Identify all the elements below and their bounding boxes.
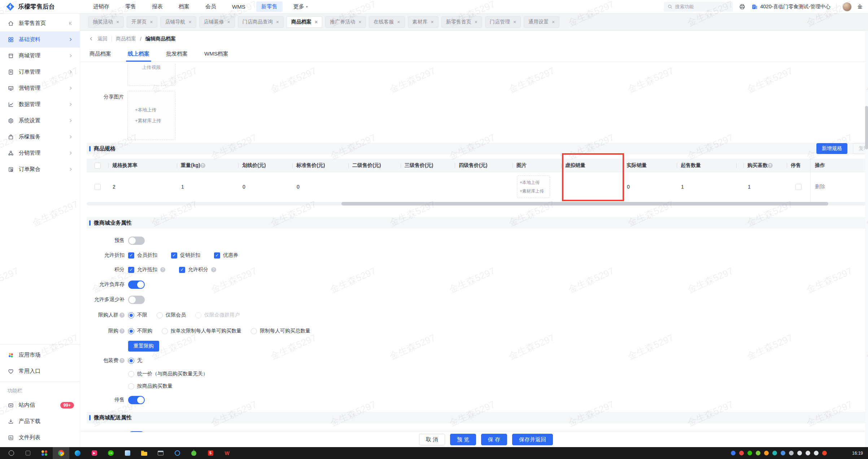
sidebar-tool-3[interactable]: 文件列表 [0, 429, 80, 446]
radio-option[interactable]: 按单次限制每人每单可购买数量 [162, 328, 241, 334]
tray-blue-app-icon[interactable] [781, 451, 785, 455]
taskbar-media-player-icon[interactable]: ▶ [86, 447, 102, 459]
material-upload-link[interactable]: +素材库上传 [520, 188, 550, 194]
taskbar-wechat-icon[interactable] [102, 447, 119, 459]
workspace-tab-4[interactable]: 店铺装修× [199, 16, 235, 28]
taskbar-edge-icon[interactable] [69, 447, 86, 459]
topmenu-item-6[interactable]: WMS [227, 2, 250, 12]
topmenu-item-5[interactable]: 会员 [200, 1, 221, 12]
checkbox-option[interactable]: ✓促销折扣 [171, 252, 200, 259]
row-checkbox[interactable] [95, 184, 101, 190]
tray-lemeng-icon[interactable] [731, 451, 736, 455]
taskbar-wps-icon[interactable]: W [219, 447, 235, 459]
close-icon[interactable]: × [227, 19, 230, 25]
radio-option[interactable]: 无 [128, 357, 142, 364]
taskbar-circle-app-icon[interactable] [169, 447, 186, 459]
workspace-tab-9[interactable]: 素材库× [408, 16, 439, 28]
taskbar-chrome-icon[interactable] [53, 447, 69, 459]
close-icon[interactable]: × [116, 19, 119, 25]
tray-red-app-icon[interactable] [739, 451, 744, 455]
sidebar-item-4[interactable]: 订单管理 [0, 64, 80, 80]
checkbox[interactable]: ✓ [214, 252, 220, 259]
checkbox[interactable]: ✓ [128, 252, 134, 259]
sidebar-item-6[interactable]: 数据管理 [0, 96, 80, 112]
avatar[interactable] [842, 2, 852, 12]
chevron-right-icon[interactable] [67, 118, 74, 123]
footer-button-2[interactable]: 预 览 [450, 434, 476, 445]
close-icon[interactable]: × [150, 19, 153, 25]
checkbox-option[interactable]: ✓会员折扣 [128, 252, 157, 259]
video-upload-box[interactable]: 上传视频 [127, 63, 175, 86]
horizontal-scrollbar[interactable] [87, 202, 868, 206]
chevron-right-icon[interactable] [67, 86, 74, 91]
local-upload-link[interactable]: +本地上传 [520, 180, 550, 186]
radio-option[interactable]: 不限 [128, 312, 147, 318]
close-icon[interactable]: × [475, 19, 477, 25]
printer-icon[interactable] [739, 3, 746, 10]
workspace-tab-3[interactable]: 店铺导航× [160, 16, 196, 28]
tray-volume-icon[interactable] [797, 451, 802, 455]
back-link[interactable]: 返回 [97, 36, 108, 42]
taskbar-remote-window-icon[interactable] [152, 447, 169, 459]
taskbar-preview-app-icon[interactable] [119, 447, 136, 459]
tray-orange-app-icon[interactable] [764, 451, 769, 455]
checkbox[interactable]: ✓ [128, 267, 134, 273]
radio-option[interactable]: 仅限会员 [157, 312, 186, 318]
local-upload-link[interactable]: +本地上传 [135, 107, 175, 113]
checkbox[interactable]: ✓ [179, 267, 185, 273]
sidebar-shortcut-2[interactable]: 常用入口 [0, 363, 80, 379]
search-input[interactable]: 搜索功能 [664, 2, 733, 12]
workspace-tab-11[interactable]: 门店管理× [485, 16, 521, 28]
radio-option[interactable]: 按商品购买数量 [128, 383, 173, 389]
reset-limit-button[interactable]: 重置限购 [128, 341, 159, 352]
toggle-switch[interactable] [128, 237, 145, 245]
close-icon[interactable]: × [552, 19, 555, 25]
toggle-switch[interactable] [128, 396, 145, 404]
workspace-tab-10[interactable]: 新零售首页× [441, 16, 482, 28]
toggle-switch[interactable] [128, 296, 145, 304]
workspace-tab-8[interactable]: 在线客服× [369, 16, 405, 28]
workspace-tab-6[interactable]: 商品档案× [287, 16, 322, 28]
horizontal-scrollbar-thumb[interactable] [341, 202, 828, 206]
sidebar-item-9[interactable]: 分销管理 [0, 145, 80, 161]
tray-red-badge-icon[interactable] [822, 451, 827, 455]
detail-tab-2[interactable]: 线上档案 [128, 50, 149, 62]
radio-option[interactable]: 不限购 [128, 328, 152, 334]
chevron-right-icon[interactable] [67, 151, 74, 155]
taskbar-folder-icon[interactable] [136, 447, 152, 459]
delete-link[interactable]: 删除 [815, 184, 825, 190]
footer-button-3[interactable]: 保 存 [481, 434, 507, 445]
tray-teal-app-icon[interactable] [772, 451, 777, 455]
chevron-right-icon[interactable] [67, 167, 74, 172]
detail-tab-4[interactable]: WMS档案 [204, 50, 228, 62]
sidebar-item-5[interactable]: 营销管理 [0, 80, 80, 96]
breadcrumb-root[interactable]: 商品档案 [116, 36, 136, 42]
topmenu-item-8[interactable]: 更多▾ [288, 1, 313, 12]
workspace-tab-1[interactable]: 抽奖活动× [88, 16, 124, 28]
vertical-scrollbar-thumb[interactable] [865, 106, 868, 149]
workspace-tab-2[interactable]: 开屏页× [127, 16, 157, 28]
collapse-icon[interactable] [67, 21, 74, 26]
workspace-tab-7[interactable]: 推广券活动× [325, 16, 366, 28]
sidebar-item-10[interactable]: 订单聚合 [0, 161, 80, 177]
close-icon[interactable]: × [315, 19, 318, 25]
sidebar-item-3[interactable]: 商城管理 [0, 48, 80, 64]
close-icon[interactable]: × [276, 19, 279, 25]
sidebar-tool-1[interactable]: 站内信99+ [0, 397, 80, 413]
tray-wechat-icon[interactable] [747, 451, 752, 455]
taskbar-app-five-icon[interactable]: 5 [202, 447, 219, 459]
chevron-right-icon[interactable] [67, 37, 74, 42]
checkbox-option[interactable]: ✓优惠券 [214, 252, 238, 259]
sidebar-item-7[interactable]: 系统设置 [0, 112, 80, 129]
footer-button-1[interactable]: 取 消 [419, 434, 445, 445]
topmenu-item-4[interactable]: 档案 [174, 1, 195, 12]
topmenu-item-2[interactable]: 零售 [120, 1, 141, 12]
workspace-tab-5[interactable]: 门店商品查询× [238, 16, 284, 28]
close-icon[interactable]: × [188, 19, 191, 25]
chevron-right-icon[interactable] [67, 102, 74, 107]
close-icon[interactable]: × [431, 19, 434, 25]
radio-option[interactable]: 限制每人可购买总数量 [251, 328, 310, 334]
checkbox[interactable]: ✓ [171, 252, 177, 259]
tray-ime-icon[interactable] [814, 451, 819, 455]
close-icon[interactable]: × [513, 19, 516, 25]
